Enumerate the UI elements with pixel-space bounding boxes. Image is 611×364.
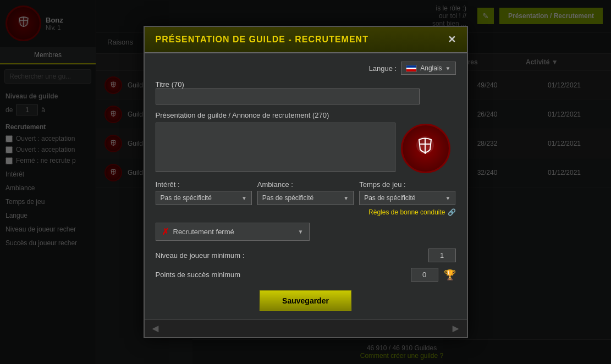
guild-badge-inner — [401, 124, 450, 173]
modal-title: PRÉSENTATION DE GUILDE - RECRUTEMENT — [156, 35, 368, 45]
three-cols: Intérêt : Pas de spécificité ▼ Ambiance … — [156, 180, 456, 205]
ambiance-value: Pas de spécificité — [262, 194, 313, 202]
save-btn-row: Sauvegarder — [156, 290, 456, 311]
recruit-dropdown-arrow: ▼ — [298, 229, 304, 235]
points-label: Points de succès minimum — [156, 271, 405, 279]
red-x-icon: ✗ — [162, 227, 169, 237]
flag-icon — [406, 65, 417, 72]
desc-label: Présentation de guilde / Annonce de recr… — [156, 111, 456, 119]
temps-jeu-col: Temps de jeu : Pas de spécificité ▼ — [359, 180, 455, 205]
deco-arrow-right: ► — [450, 322, 461, 335]
titre-input[interactable] — [156, 89, 420, 104]
regles-link-text: Règles de bonne conduite — [368, 208, 445, 216]
deco-arrow-left: ◄ — [150, 322, 161, 335]
niveau-input[interactable] — [428, 249, 456, 262]
ambiance-dropdown-arrow: ▼ — [343, 195, 349, 201]
points-row: Points de succès minimum 🏆 — [156, 268, 456, 282]
niveau-row: Niveau de joueur minimum : — [156, 249, 456, 262]
langue-label: Langue : — [369, 64, 397, 73]
recruit-select[interactable]: ✗ Recrutement fermé ▼ — [156, 223, 310, 241]
points-input[interactable] — [411, 268, 438, 282]
interet-value: Pas de spécificité — [161, 194, 212, 202]
recruitment-row: ✗ Recrutement fermé ▼ — [156, 223, 456, 241]
desc-textarea[interactable] — [156, 123, 395, 172]
titre-label: Titre (70) — [156, 80, 456, 89]
trophy-icon: 🏆 — [444, 269, 456, 281]
interet-dropdown-arrow: ▼ — [241, 195, 247, 201]
modal-bottom-deco: ◄ ► — [145, 319, 467, 337]
modal-header: PRÉSENTATION DE GUILDE - RECRUTEMENT ✕ — [145, 27, 467, 53]
external-link-icon: 🔗 — [448, 208, 456, 216]
desc-area-container — [156, 123, 456, 174]
temps-jeu-dropdown-arrow: ▼ — [445, 195, 451, 201]
langue-row: Langue : Anglais ▼ — [156, 62, 456, 75]
langue-select[interactable]: Anglais ▼ — [401, 62, 455, 75]
langue-dropdown-arrow: ▼ — [445, 65, 451, 71]
interet-label: Intérêt : — [156, 180, 252, 189]
regles-link[interactable]: Règles de bonne conduite 🔗 — [156, 208, 456, 216]
temps-jeu-label: Temps de jeu : — [359, 180, 455, 189]
interet-select[interactable]: Pas de spécificité ▼ — [156, 191, 252, 205]
ambiance-select[interactable]: Pas de spécificité ▼ — [257, 191, 354, 205]
recrutement-label: Recrutement fermé — [173, 228, 234, 236]
modal: PRÉSENTATION DE GUILDE - RECRUTEMENT ✕ L… — [144, 26, 468, 338]
interet-col: Intérêt : Pas de spécificité ▼ — [156, 180, 252, 205]
temps-jeu-select[interactable]: Pas de spécificité ▼ — [359, 191, 455, 205]
niveau-label: Niveau de joueur minimum : — [156, 251, 423, 260]
guild-badge — [401, 124, 450, 173]
modal-overlay: PRÉSENTATION DE GUILDE - RECRUTEMENT ✕ L… — [0, 0, 611, 364]
langue-value: Anglais — [420, 64, 442, 72]
temps-jeu-value: Pas de spécificité — [364, 194, 415, 202]
save-button[interactable]: Sauvegarder — [260, 290, 351, 311]
ambiance-label: Ambiance : — [257, 180, 354, 189]
ambiance-col: Ambiance : Pas de spécificité ▼ — [257, 180, 354, 205]
modal-close-button[interactable]: ✕ — [448, 34, 456, 46]
modal-body: Langue : Anglais ▼ Titre (70) Présentati… — [145, 53, 467, 319]
